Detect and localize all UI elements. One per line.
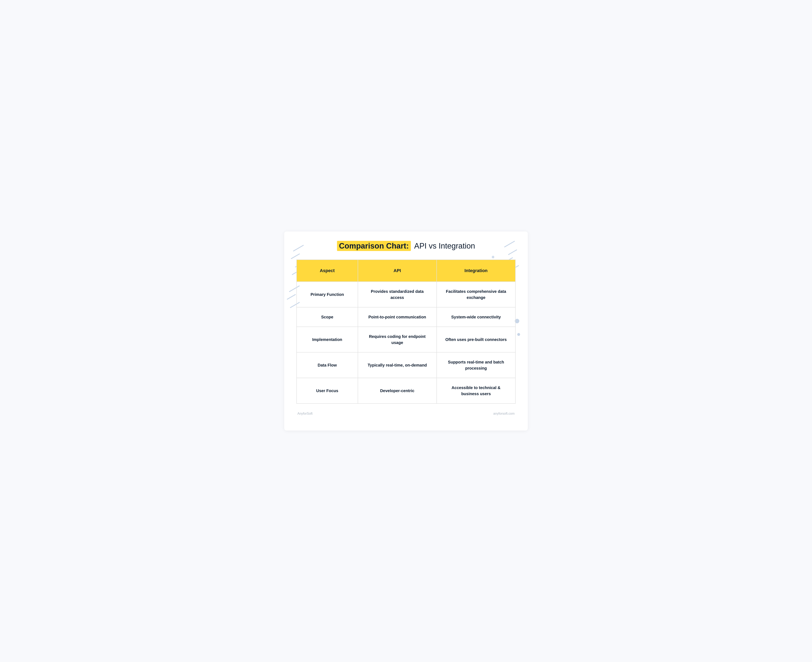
cell-api: Point-to-point communication (358, 307, 436, 327)
page-title-section: Comparison Chart: API vs Integration (296, 242, 516, 251)
header-aspect: Aspect (297, 260, 358, 282)
cell-api: Developer-centric (358, 378, 436, 403)
title-highlight: Comparison Chart: (337, 241, 411, 251)
deco-dash (287, 294, 296, 300)
deco-dash (291, 254, 300, 259)
cell-api: Provides standardized data access (358, 282, 436, 307)
cell-integration: Often uses pre-built connectors (436, 327, 515, 352)
table-header-row: Aspect API Integration (297, 260, 515, 282)
cell-aspect: Scope (297, 307, 358, 327)
cell-aspect: Primary Function (297, 282, 358, 307)
footer-website: anyforsoft.com (493, 412, 515, 416)
cell-integration: Accessible to technical & business users (436, 378, 515, 403)
comparison-table: Aspect API Integration Primary FunctionP… (296, 260, 516, 404)
table-row: ImplementationRequires coding for endpoi… (297, 327, 515, 352)
cell-integration: Facilitates comprehensive data exchange (436, 282, 515, 307)
header-integration: Integration (436, 260, 515, 282)
table-row: User FocusDeveloper-centricAccessible to… (297, 378, 515, 403)
cell-integration: Supports real-time and batch processing (436, 352, 515, 378)
table-row: ScopePoint-to-point communicationSystem-… (297, 307, 515, 327)
cell-aspect: User Focus (297, 378, 358, 403)
table-row: Primary FunctionProvides standardized da… (297, 282, 515, 307)
header-api: API (358, 260, 436, 282)
cell-aspect: Data Flow (297, 352, 358, 378)
page-container: ✦ Comparison Chart: API vs Integration A… (284, 231, 528, 431)
cell-integration: System-wide connectivity (436, 307, 515, 327)
circle-decoration (517, 333, 520, 336)
footer-brand: AnyforSoft (297, 412, 313, 416)
cell-api: Typically real-time, on-demand (358, 352, 436, 378)
title-rest: API vs Integration (412, 242, 475, 250)
cell-aspect: Implementation (297, 327, 358, 352)
table-row: Data FlowTypically real-time, on-demandS… (297, 352, 515, 378)
cell-api: Requires coding for endpoint usage (358, 327, 436, 352)
page-heading: Comparison Chart: API vs Integration (296, 242, 516, 251)
footer: AnyforSoft anyforsoft.com (296, 412, 516, 416)
